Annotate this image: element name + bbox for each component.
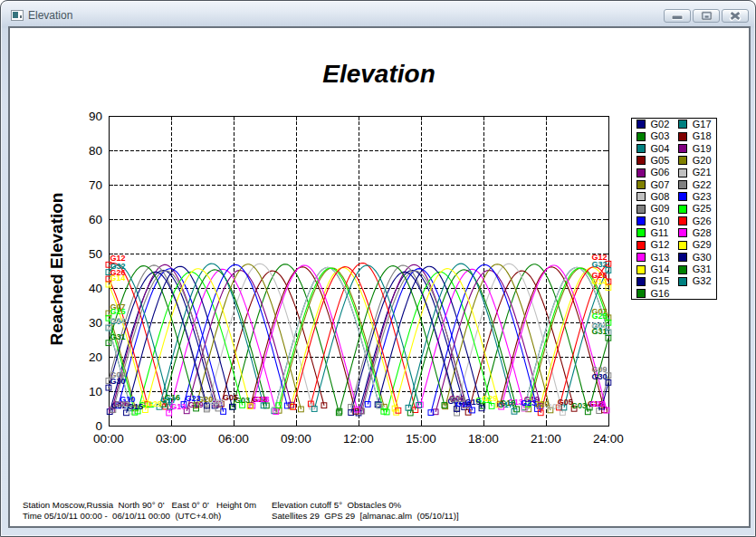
svg-text:G22: G22 xyxy=(115,399,130,408)
svg-text:G32: G32 xyxy=(110,262,126,271)
svg-text:G31: G31 xyxy=(110,332,126,341)
svg-text:G32: G32 xyxy=(591,260,607,269)
svg-text:G28: G28 xyxy=(254,395,269,404)
svg-text:G30: G30 xyxy=(591,372,607,381)
svg-text:G26: G26 xyxy=(591,271,607,280)
svg-text:G30: G30 xyxy=(110,377,126,386)
svg-text:G23: G23 xyxy=(521,398,536,408)
svg-text:G25: G25 xyxy=(591,312,607,321)
svg-text:G31: G31 xyxy=(591,327,607,336)
svg-text:G15: G15 xyxy=(128,402,143,411)
svg-text:G03: G03 xyxy=(571,401,587,410)
svg-text:G21: G21 xyxy=(110,316,126,325)
svg-text:G15: G15 xyxy=(465,398,481,407)
svg-text:G29: G29 xyxy=(147,399,162,408)
svg-text:G25: G25 xyxy=(110,307,126,316)
svg-text:G23: G23 xyxy=(186,394,201,403)
svg-text:G17: G17 xyxy=(498,400,513,409)
svg-text:G17: G17 xyxy=(161,396,177,405)
svg-text:G22: G22 xyxy=(450,395,465,404)
svg-text:G28: G28 xyxy=(590,399,606,408)
svg-text:G29: G29 xyxy=(482,394,497,403)
svg-text:G05: G05 xyxy=(223,393,238,402)
